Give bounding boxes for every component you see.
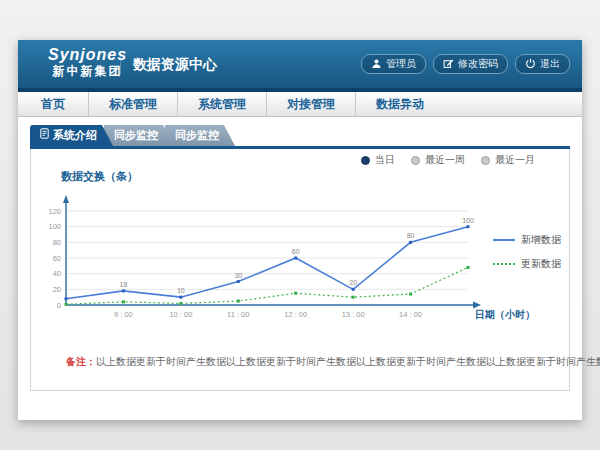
logo-text-en: Synjones bbox=[48, 45, 127, 64]
edit-icon bbox=[443, 58, 454, 71]
svg-text:10 : 00: 10 : 00 bbox=[169, 310, 192, 319]
legend-line-dotted-icon bbox=[493, 263, 515, 265]
nav-item-interface-mgmt[interactable]: 对接管理 bbox=[267, 92, 356, 116]
time-range-filter: 当日 最近一周 最近一月 bbox=[361, 153, 535, 167]
y-axis-label: 数据交换（条） bbox=[61, 169, 138, 184]
tab-sync-monitor-1-label: 同步监控 bbox=[114, 125, 158, 146]
svg-text:80: 80 bbox=[407, 232, 415, 239]
tab-sync-monitor-2[interactable]: 同步监控 bbox=[165, 125, 235, 146]
admin-user-button[interactable]: 管理员 bbox=[361, 54, 426, 74]
legend-line-solid-icon bbox=[493, 239, 515, 241]
svg-text:60: 60 bbox=[53, 254, 61, 263]
radio-unselected-icon bbox=[411, 156, 420, 165]
logo: Synjones 新中新集团 bbox=[48, 45, 127, 79]
svg-text:12 : 00: 12 : 00 bbox=[284, 310, 307, 319]
legend-item-updated-data[interactable]: 更新数据 bbox=[493, 257, 561, 271]
svg-text:13 : 00: 13 : 00 bbox=[342, 310, 365, 319]
svg-text:60: 60 bbox=[292, 248, 300, 255]
svg-text:100: 100 bbox=[462, 217, 474, 224]
nav-item-data-change[interactable]: 数据异动 bbox=[356, 92, 444, 116]
user-actions: 管理员 修改密码 退出 bbox=[361, 54, 570, 74]
svg-text:40: 40 bbox=[53, 269, 61, 278]
radio-selected-icon bbox=[361, 156, 370, 165]
line-chart-svg: 0204060801001209 : 0010 : 0011 : 0012 : … bbox=[41, 187, 561, 327]
tab-sync-monitor-2-label: 同步监控 bbox=[175, 125, 219, 146]
svg-text:14 : 00: 14 : 00 bbox=[399, 310, 422, 319]
document-icon bbox=[40, 125, 49, 146]
main-nav: 首页 标准管理 系统管理 对接管理 数据异动 bbox=[18, 92, 582, 117]
svg-text:10: 10 bbox=[177, 287, 185, 294]
admin-user-label: 管理员 bbox=[386, 57, 416, 71]
svg-text:120: 120 bbox=[48, 207, 61, 216]
content-area: 系统介绍 同步监控 同步监控 当日 bbox=[18, 117, 582, 420]
svg-text:80: 80 bbox=[53, 238, 61, 247]
logo-text-cn: 新中新集团 bbox=[48, 64, 127, 78]
note-label: 备注： bbox=[66, 356, 96, 367]
radio-option-last-week-label: 最近一周 bbox=[425, 153, 465, 167]
svg-text:20: 20 bbox=[349, 279, 357, 286]
power-icon bbox=[525, 58, 536, 71]
user-icon bbox=[371, 58, 382, 71]
svg-text:日期（小时）: 日期（小时） bbox=[475, 309, 535, 320]
app-title: 数据资源中心 bbox=[120, 56, 217, 74]
nav-item-system-mgmt[interactable]: 系统管理 bbox=[178, 92, 267, 116]
change-password-button[interactable]: 修改密码 bbox=[433, 54, 508, 74]
change-password-label: 修改密码 bbox=[458, 57, 498, 71]
nav-item-standard-mgmt[interactable]: 标准管理 bbox=[89, 92, 178, 116]
legend-new-data-label: 新增数据 bbox=[521, 233, 561, 247]
radio-option-last-month-label: 最近一月 bbox=[495, 153, 535, 167]
svg-text:18: 18 bbox=[120, 281, 128, 288]
radio-unselected-icon bbox=[481, 156, 490, 165]
radio-option-last-month[interactable]: 最近一月 bbox=[481, 153, 535, 167]
note-text: 以上数据更新于时间产生数据以上数据更新于时间产生数据以上数据更新于时间产生数据以… bbox=[96, 356, 600, 367]
svg-text:30: 30 bbox=[234, 272, 242, 279]
tab-system-intro[interactable]: 系统介绍 bbox=[30, 125, 113, 146]
logout-button[interactable]: 退出 bbox=[515, 54, 570, 74]
legend-updated-data-label: 更新数据 bbox=[521, 257, 561, 271]
radio-option-today[interactable]: 当日 bbox=[361, 153, 395, 167]
app-window: Synjones 新中新集团 数据资源中心 管理员 修改密码 bbox=[18, 40, 582, 420]
svg-text:0: 0 bbox=[57, 301, 61, 310]
app-header: Synjones 新中新集团 数据资源中心 管理员 修改密码 bbox=[18, 40, 582, 88]
chart-panel: 当日 最近一周 最近一月 数据交换（条） 0204060801001209 : … bbox=[30, 149, 570, 391]
svg-text:20: 20 bbox=[53, 285, 61, 294]
logout-label: 退出 bbox=[540, 57, 560, 71]
footer-note: 备注：以上数据更新于时间产生数据以上数据更新于时间产生数据以上数据更新于时间产生… bbox=[66, 355, 536, 369]
tab-sync-monitor-1[interactable]: 同步监控 bbox=[104, 125, 174, 146]
page-background: Synjones 新中新集团 数据资源中心 管理员 修改密码 bbox=[0, 0, 600, 450]
radio-option-today-label: 当日 bbox=[375, 153, 395, 167]
radio-option-last-week[interactable]: 最近一周 bbox=[411, 153, 465, 167]
svg-text:100: 100 bbox=[48, 222, 61, 231]
tabs-row: 系统介绍 同步监控 同步监控 bbox=[30, 125, 226, 146]
nav-item-home[interactable]: 首页 bbox=[18, 92, 89, 116]
chart-legend: 新增数据 更新数据 bbox=[493, 233, 561, 271]
svg-text:9 : 00: 9 : 00 bbox=[114, 310, 133, 319]
tab-system-intro-label: 系统介绍 bbox=[53, 125, 97, 146]
legend-item-new-data[interactable]: 新增数据 bbox=[493, 233, 561, 247]
svg-text:11 : 00: 11 : 00 bbox=[227, 310, 249, 319]
